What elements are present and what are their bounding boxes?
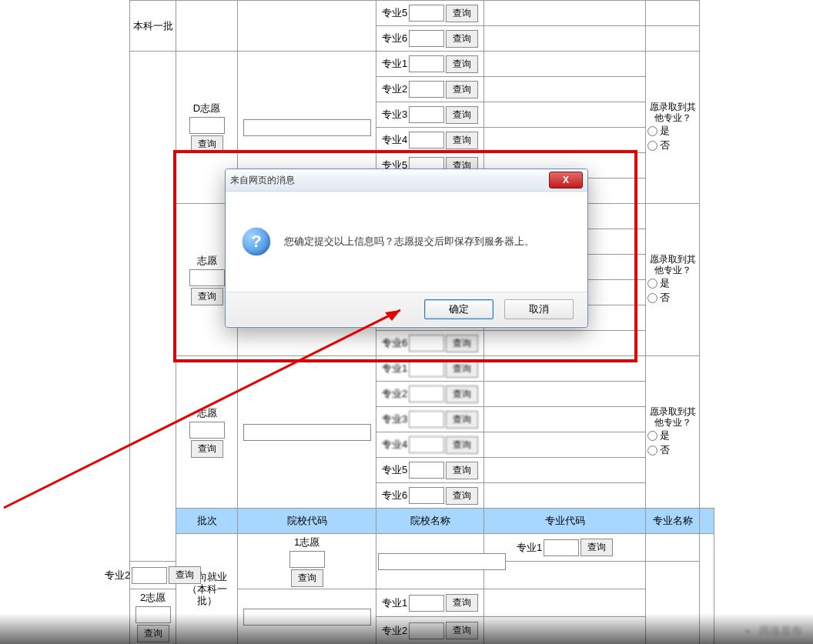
wish-e-input[interactable] [189, 269, 225, 286]
major6-query[interactable]: 查询 [446, 30, 478, 48]
batch-bk1: 本科一批 [130, 1, 176, 52]
question-icon: ? [243, 228, 270, 255]
dx1-major2-query[interactable]: 查询 [169, 566, 201, 584]
dx-wish1-input[interactable] [289, 551, 325, 568]
d-major2-input[interactable] [409, 81, 444, 98]
major-label: 专业5 [382, 6, 407, 20]
wish-e-label: 志愿 [197, 254, 217, 268]
dx-school1[interactable] [378, 553, 506, 570]
dx-school2[interactable] [243, 609, 371, 626]
col-school-name: 院校名称 [376, 509, 484, 534]
wish-f-query[interactable]: 查询 [191, 440, 223, 458]
accept-question-d: 愿录取到其他专业？ [647, 102, 698, 124]
d-major3-input[interactable] [409, 106, 444, 123]
wish-d-query[interactable]: 查询 [191, 135, 223, 153]
confirm-dialog: 来自网页的消息 X ? 您确定提交以上信息吗？志愿提交后即保存到服务器上。 确定… [225, 169, 588, 328]
dialog-message: 您确定提交以上信息吗？志愿提交后即保存到服务器上。 [284, 235, 534, 249]
dx2-major2-input[interactable] [409, 622, 444, 639]
school-name-d[interactable] [243, 119, 371, 136]
dx-wish1-query[interactable]: 查询 [291, 569, 323, 587]
col-school-code: 院校代码 [238, 509, 376, 534]
e-radio-no[interactable]: 否 [647, 291, 698, 305]
accept-question-e: 愿录取到其他专业？ [647, 254, 698, 276]
f-radio-yes[interactable]: 是 [647, 429, 698, 442]
wish-f-label: 志愿 [197, 406, 217, 420]
f-major5-query[interactable]: 查询 [446, 462, 478, 479]
dx-wish2-label: 2志愿 [140, 591, 166, 605]
d-major3-query[interactable]: 查询 [446, 106, 478, 124]
wish-d-label: D志愿 [193, 102, 220, 115]
school-name-f[interactable] [243, 424, 371, 441]
dialog-ok-button[interactable]: 确定 [424, 299, 493, 319]
wish-d-input[interactable] [189, 117, 225, 134]
dx1-major1-input[interactable] [544, 539, 579, 556]
dx-wish2-query[interactable]: 查询 [137, 625, 169, 642]
d-major1-query[interactable]: 查询 [446, 55, 478, 73]
major5-query[interactable]: 查询 [446, 5, 478, 22]
wish-f-input[interactable] [189, 422, 225, 439]
major5-input[interactable] [409, 5, 444, 22]
watermark-icon: ✦ [741, 624, 754, 638]
f-major6-query[interactable]: 查询 [446, 487, 478, 505]
wish-e-query[interactable]: 查询 [191, 288, 223, 305]
dialog-title: 来自网页的消息 [230, 174, 295, 187]
dx-wish1-label: 1志愿 [294, 536, 320, 549]
dx-wish2-input[interactable] [136, 606, 171, 623]
close-icon: X [563, 175, 569, 185]
watermark-text: 商洛发布 [759, 624, 802, 638]
d-radio-yes[interactable]: 是 [647, 124, 698, 138]
f-major6-input[interactable] [409, 487, 444, 504]
d-major4-query[interactable]: 查询 [446, 132, 478, 149]
col-batch: 批次 [176, 509, 238, 534]
dialog-cancel-button[interactable]: 取消 [504, 299, 574, 319]
major6-input[interactable] [409, 30, 444, 47]
d-major1-input[interactable] [409, 55, 444, 72]
d-major4-input[interactable] [409, 132, 444, 148]
dx2-major2-query[interactable]: 查询 [446, 622, 478, 639]
dialog-close-button[interactable]: X [549, 172, 583, 189]
f-major5-input[interactable] [409, 462, 444, 479]
dx2-major1-input[interactable] [409, 595, 444, 612]
col-major-name: 专业名称 [646, 509, 700, 534]
d-major2-query[interactable]: 查询 [446, 81, 478, 98]
major-label: 专业6 [382, 32, 407, 45]
accept-question-f: 愿录取到其他专业？ [647, 406, 698, 429]
dx1-major2-input[interactable] [132, 567, 167, 584]
watermark: ✦ 商洛发布 [741, 624, 802, 638]
dx2-major1-query[interactable]: 查询 [446, 594, 478, 612]
batch-dingxiang: 定向就业（本科一批） [176, 534, 238, 645]
d-radio-no[interactable]: 否 [647, 138, 698, 152]
e-radio-yes[interactable]: 是 [647, 276, 698, 290]
col-major-code: 专业代码 [484, 509, 646, 534]
f-radio-no[interactable]: 否 [647, 443, 698, 457]
dx1-major1-query[interactable]: 查询 [580, 539, 613, 556]
